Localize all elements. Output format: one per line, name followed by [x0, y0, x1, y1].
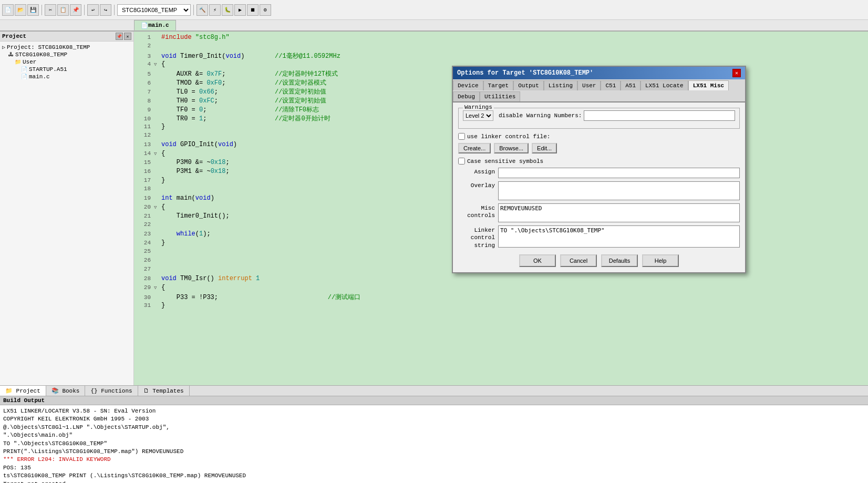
linker-string-row: Linker control string TO ".\Objects\STC8…: [458, 225, 740, 249]
dialog-tab-utilities[interactable]: Utilities: [480, 91, 520, 101]
linker-string-container: TO ".\Objects\STC8G10K08_TEMP": [498, 225, 740, 248]
dialog-tab-device[interactable]: Device: [453, 80, 483, 90]
dialog-tab-output[interactable]: Output: [513, 80, 544, 90]
misc-controls-row: Misc controls REMOVEUNUSED: [458, 203, 740, 222]
case-sensitive-label: Case sensitive symbols: [467, 158, 543, 165]
create-browse-row: Create... Browse... Edit...: [458, 143, 740, 153]
help-button[interactable]: Help: [642, 254, 679, 267]
linker-string-textarea[interactable]: TO ".\Objects\STC8G10K08_TEMP": [498, 225, 740, 248]
warnings-level-select[interactable]: Level 2: [463, 110, 493, 121]
dialog-btn-row: OK Cancel Defaults Help: [458, 254, 740, 267]
dialog-tabs: Device Target Output Listing User C51 A5…: [453, 79, 745, 102]
dialog-tab-a51[interactable]: A51: [621, 80, 640, 90]
dialog-tab-debug[interactable]: Debug: [453, 91, 480, 101]
browse-button[interactable]: Browse...: [494, 143, 529, 153]
warnings-group-title: Warnings: [463, 104, 494, 110]
defaults-button[interactable]: Defaults: [601, 254, 638, 267]
assign-input[interactable]: [498, 168, 740, 178]
dialog-tab-lx51-misc[interactable]: LX51 Misc: [688, 80, 729, 90]
overlay-textarea[interactable]: [498, 181, 740, 200]
dialog-tab-target[interactable]: Target: [483, 80, 514, 90]
linker-string-label: Linker control string: [458, 225, 495, 249]
dialog-tab-lx51-locate[interactable]: LX51 Locate: [640, 80, 688, 90]
dialog-overlay: Options for Target 'STC8G10K08_TEMP' ✕ D…: [0, 0, 868, 483]
use-linker-checkbox[interactable]: [458, 133, 465, 140]
assign-row: Assign: [458, 168, 740, 178]
dialog-close-icon[interactable]: ✕: [732, 69, 741, 77]
overlay-row: Overlay: [458, 181, 740, 200]
linker-control-row: use linker control file:: [458, 133, 740, 140]
case-sensitive-row: Case sensitive symbols: [458, 158, 740, 165]
warnings-group: Warnings Level 2 disable Warning Numbers…: [458, 108, 740, 129]
dialog-tab-listing[interactable]: Listing: [544, 80, 577, 90]
case-sensitive-checkbox[interactable]: [458, 158, 465, 165]
dialog-tab-user[interactable]: User: [577, 80, 601, 90]
use-linker-label: use linker control file:: [467, 133, 550, 140]
cancel-button[interactable]: Cancel: [560, 254, 597, 267]
misc-controls-textarea[interactable]: REMOVEUNUSED: [498, 203, 740, 222]
edit-button[interactable]: Edit...: [532, 143, 557, 153]
dialog-tab-c51[interactable]: C51: [601, 80, 621, 90]
misc-controls-label: Misc controls: [458, 203, 495, 220]
assign-label: Assign: [458, 168, 495, 175]
create-button[interactable]: Create...: [458, 143, 491, 153]
dialog-body: Warnings Level 2 disable Warning Numbers…: [453, 102, 745, 272]
misc-controls-container: REMOVEUNUSED: [498, 203, 740, 222]
options-dialog: Options for Target 'STC8G10K08_TEMP' ✕ D…: [452, 66, 746, 273]
warnings-row: Level 2 disable Warning Numbers:: [463, 110, 735, 121]
disable-warning-label: disable Warning Numbers:: [499, 112, 582, 119]
overlay-field-container: [498, 181, 740, 200]
disable-warning-input[interactable]: [584, 110, 735, 121]
dialog-title: Options for Target 'STC8G10K08_TEMP': [457, 69, 593, 77]
ok-button[interactable]: OK: [519, 254, 556, 267]
overlay-label: Overlay: [458, 181, 495, 189]
dialog-titlebar: Options for Target 'STC8G10K08_TEMP' ✕: [453, 67, 745, 79]
